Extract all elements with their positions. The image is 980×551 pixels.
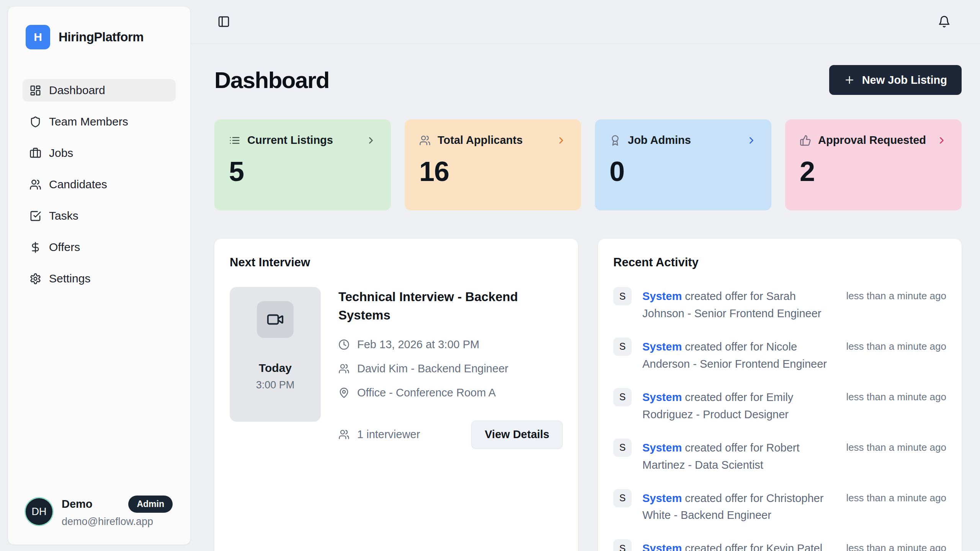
stat-value: 16 — [419, 156, 567, 187]
activity-timestamp: less than a minute ago — [846, 388, 946, 403]
sidebar-item-label: Candidates — [49, 178, 107, 191]
activity-item: S System created offer for Nicole Anders… — [613, 337, 946, 373]
map-pin-icon — [338, 387, 350, 398]
stat-value: 5 — [229, 156, 376, 187]
stat-icon — [419, 135, 431, 146]
chevron-right-icon — [366, 135, 376, 146]
nav-icon — [29, 241, 41, 253]
activity-avatar: S — [613, 439, 632, 457]
sidebar-item-label: Dashboard — [49, 84, 105, 97]
nav-icon — [29, 116, 41, 128]
recent-activity-card: Recent Activity S System created offer f… — [598, 239, 962, 551]
activity-item: S System created offer for Christopher W… — [613, 489, 946, 524]
sidebar-toggle-button[interactable] — [214, 13, 233, 31]
sidebar-item-label: Tasks — [49, 209, 78, 222]
stat-label: Job Admins — [628, 134, 691, 147]
stat-icon — [609, 135, 621, 146]
sidebar-spacer — [17, 290, 181, 496]
topbar — [191, 0, 980, 44]
activity-timestamp: less than a minute ago — [846, 287, 946, 302]
activity-actor-link[interactable]: System — [642, 492, 682, 504]
activity-avatar: S — [613, 388, 632, 406]
activity-list: S System created offer for Sarah Johnson… — [613, 287, 946, 551]
activity-timestamp: less than a minute ago — [846, 337, 946, 352]
activity-actor-link[interactable]: System — [642, 442, 682, 454]
activity-actor-link[interactable]: System — [642, 391, 682, 403]
video-call-badge — [257, 301, 294, 338]
interview-date-tile: Today 3:00 PM — [230, 287, 321, 422]
panel-left-icon — [217, 15, 230, 28]
new-job-listing-button[interactable]: New Job Listing — [829, 65, 962, 95]
stat-value: 2 — [800, 156, 947, 187]
next-interview-card: Next Interview Today 3:00 PM Technical I… — [214, 239, 578, 551]
nav-icon — [29, 179, 41, 191]
activity-item: S System created offer for Kevin Patel -… — [613, 539, 946, 551]
sidebar-item-team-members[interactable]: Team Members — [23, 111, 176, 133]
stat-label: Current Listings — [247, 134, 333, 147]
interview-location-row: Office - Conference Room A — [338, 386, 563, 399]
sidebar-item-tasks[interactable]: Tasks — [23, 205, 176, 227]
stat-label: Approval Requested — [818, 134, 926, 147]
nav-icon — [29, 147, 41, 159]
sidebar-item-label: Jobs — [49, 147, 73, 160]
user-section[interactable]: DH Demo Admin demo@hireflow.app — [23, 496, 176, 528]
user-avatar: DH — [26, 498, 52, 525]
stat-card-approval-requested[interactable]: Approval Requested 2 — [785, 119, 962, 210]
stat-icon — [800, 135, 811, 146]
dashboard-columns: Next Interview Today 3:00 PM Technical I… — [214, 239, 962, 551]
stat-card-total-applicants[interactable]: Total Applicants 16 — [405, 119, 581, 210]
activity-avatar: S — [613, 287, 632, 305]
activity-actor-link[interactable]: System — [642, 290, 682, 302]
stat-label: Total Applicants — [438, 134, 523, 147]
sidebar-item-label: Team Members — [49, 115, 128, 128]
nav-icon — [29, 85, 41, 96]
activity-avatar: S — [613, 539, 632, 551]
user-name: Demo — [62, 498, 93, 510]
sidebar-nav: Dashboard Team Members Jobs Candidates — [17, 79, 181, 290]
interview-title: Technical Interview - Backend Systems — [338, 288, 553, 324]
activity-avatar: S — [613, 489, 632, 507]
sidebar-item-candidates[interactable]: Candidates — [23, 173, 176, 196]
stat-card-current-listings[interactable]: Current Listings 5 — [214, 119, 391, 210]
clock-icon — [338, 339, 350, 350]
users-icon — [338, 363, 350, 374]
user-email: demo@hireflow.app — [62, 516, 173, 528]
stat-icon — [229, 135, 240, 146]
video-icon — [266, 311, 284, 328]
main-area: Dashboard New Job Listing Current Listin… — [191, 0, 980, 551]
view-details-button[interactable]: View Details — [471, 421, 563, 449]
activity-actor-link[interactable]: System — [642, 542, 682, 551]
stat-value: 0 — [609, 156, 757, 187]
activity-actor-link[interactable]: System — [642, 341, 682, 353]
plus-icon — [844, 74, 855, 86]
next-interview-title: Next Interview — [230, 256, 563, 269]
page-content: Dashboard New Job Listing Current Listin… — [191, 44, 980, 551]
role-badge: Admin — [128, 496, 173, 513]
sidebar-item-jobs[interactable]: Jobs — [23, 142, 176, 164]
activity-item: S System created offer for Emily Rodrigu… — [613, 388, 946, 423]
sidebar-item-offers[interactable]: Offers — [23, 236, 176, 258]
recent-activity-title: Recent Activity — [613, 256, 946, 269]
activity-item: S System created offer for Robert Martin… — [613, 439, 946, 474]
sidebar-item-dashboard[interactable]: Dashboard — [23, 79, 176, 101]
notifications-button[interactable] — [935, 13, 953, 31]
chevron-right-icon — [936, 135, 947, 146]
stat-card-job-admins[interactable]: Job Admins 0 — [595, 119, 771, 210]
nav-icon — [29, 273, 41, 285]
activity-timestamp: less than a minute ago — [846, 489, 946, 504]
stats-row: Current Listings 5 Total Applicants 16 — [214, 119, 962, 210]
page-title: Dashboard — [214, 67, 329, 93]
app-logo: H — [26, 25, 50, 49]
interview-time: 3:00 PM — [256, 379, 295, 391]
chevron-right-icon — [556, 135, 567, 146]
activity-avatar: S — [613, 337, 632, 356]
sidebar-item-settings[interactable]: Settings — [23, 267, 176, 290]
activity-timestamp: less than a minute ago — [846, 539, 946, 551]
app-root: H HiringPlatform Dashboard Team Members … — [0, 0, 980, 551]
chevron-right-icon — [746, 135, 757, 146]
users-icon — [338, 429, 350, 440]
sidebar-item-label: Offers — [49, 241, 80, 254]
interview-day: Today — [259, 362, 292, 375]
activity-item: S System created offer for Sarah Johnson… — [613, 287, 946, 322]
page-header: Dashboard New Job Listing — [214, 65, 962, 95]
